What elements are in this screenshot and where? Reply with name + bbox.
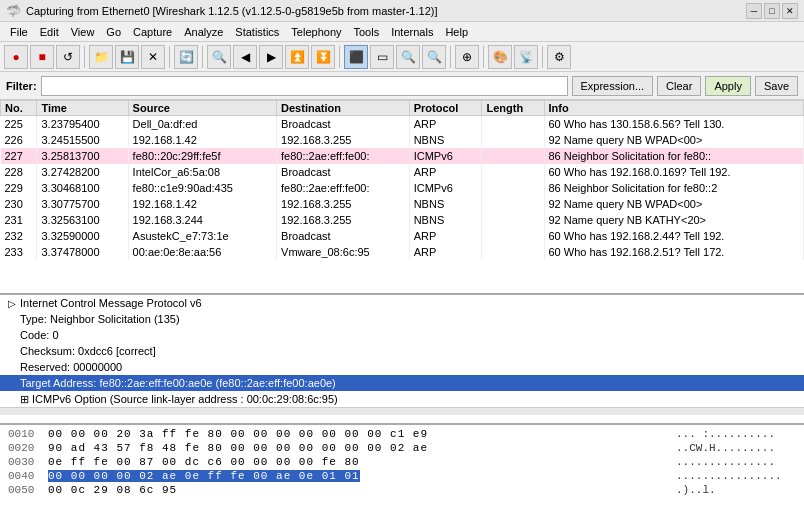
cell-info: 60 Who has 192.168.2.44? Tell 192. xyxy=(544,228,804,244)
cell-source: Dell_0a:df:ed xyxy=(128,116,276,132)
save-button[interactable]: Save xyxy=(755,76,798,96)
reload-button[interactable]: 🔄 xyxy=(174,45,198,69)
cell-time: 3.30775700 xyxy=(37,196,128,212)
cell-destination: Broadcast xyxy=(277,116,410,132)
column-source: Source xyxy=(128,101,276,116)
packet-detail[interactable]: ▷Internet Control Message Protocol v6Typ… xyxy=(0,295,804,425)
filter-input[interactable] xyxy=(41,76,568,96)
cell-info: 60 Who has 192.168.0.169? Tell 192. xyxy=(544,164,804,180)
table-row[interactable]: 2283.27428200IntelCor_a6:5a:08BroadcastA… xyxy=(1,164,804,180)
menu-item-file[interactable]: File xyxy=(4,24,34,40)
menu-item-telephony[interactable]: Telephony xyxy=(285,24,347,40)
hex-ascii: ............... xyxy=(676,456,796,468)
cell-info: 92 Name query NB KATHY<20> xyxy=(544,212,804,228)
cell-destination: Broadcast xyxy=(277,228,410,244)
apply-button[interactable]: Apply xyxy=(705,76,751,96)
packet-table: No.TimeSourceDestinationProtocolLengthIn… xyxy=(0,100,804,260)
table-row[interactable]: 2303.30775700192.168.1.42192.168.3.255NB… xyxy=(1,196,804,212)
colorize-button[interactable]: 🎨 xyxy=(488,45,512,69)
cell-source: AsustekC_e7:73:1e xyxy=(128,228,276,244)
cell-time: 3.32563100 xyxy=(37,212,128,228)
detail-scrollbar[interactable] xyxy=(0,407,804,415)
close-button[interactable]: ✕ xyxy=(782,3,798,19)
table-row[interactable]: 2333.3747800000:ae:0e:8e:aa:56Vmware_08:… xyxy=(1,244,804,260)
column-time: Time xyxy=(37,101,128,116)
column-no: No. xyxy=(1,101,37,116)
cell-protocol: NBNS xyxy=(409,212,482,228)
toolbar-separator xyxy=(339,46,340,68)
hex-offset: 0040 xyxy=(8,470,48,482)
cell-info: 92 Name query NB WPAD<00> xyxy=(544,196,804,212)
cell-time: 3.27428200 xyxy=(37,164,128,180)
table-row[interactable]: 2253.23795400Dell_0a:df:edBroadcastARP60… xyxy=(1,116,804,132)
cell-no: 229 xyxy=(1,180,37,196)
cell-protocol: ICMPv6 xyxy=(409,148,482,164)
preferences-button[interactable]: ⚙ xyxy=(547,45,571,69)
zoom-reset-button[interactable]: 🔍 xyxy=(396,45,420,69)
menu-item-go[interactable]: Go xyxy=(100,24,127,40)
menu-item-analyze[interactable]: Analyze xyxy=(178,24,229,40)
detail-row[interactable]: Code: 0 xyxy=(0,327,804,343)
menu-item-view[interactable]: View xyxy=(65,24,101,40)
next-packet-button[interactable]: ▶ xyxy=(259,45,283,69)
close-file-button[interactable]: ✕ xyxy=(141,45,165,69)
menu-item-tools[interactable]: Tools xyxy=(348,24,386,40)
table-row[interactable]: 2293.30468100fe80::c1e9:90ad:435fe80::2a… xyxy=(1,180,804,196)
cell-protocol: ARP xyxy=(409,164,482,180)
zoom-in-button[interactable]: ▭ xyxy=(370,45,394,69)
detail-row[interactable]: Checksum: 0xdcc6 [correct] xyxy=(0,343,804,359)
open-file-button[interactable]: 📁 xyxy=(89,45,113,69)
prev-packet-button[interactable]: ◀ xyxy=(233,45,257,69)
minimize-button[interactable]: ─ xyxy=(746,3,762,19)
cell-length xyxy=(482,180,544,196)
hex-offset: 0030 xyxy=(8,456,48,468)
find-packet-button[interactable]: 🔍 xyxy=(207,45,231,69)
expression-button[interactable]: Expression... xyxy=(572,76,654,96)
hex-bytes: 00 00 00 20 3a ff fe 80 00 00 00 00 00 0… xyxy=(48,428,676,440)
menu-item-edit[interactable]: Edit xyxy=(34,24,65,40)
detail-text: ⊞ ICMPv6 Option (Source link-layer addre… xyxy=(20,393,338,406)
zoom-out-button[interactable]: 🔍 xyxy=(422,45,446,69)
hex-ascii: ... :.......... xyxy=(676,428,796,440)
clear-button[interactable]: Clear xyxy=(657,76,701,96)
cell-no: 233 xyxy=(1,244,37,260)
cell-source: fe80::20c:29ff:fe5f xyxy=(128,148,276,164)
menu-item-internals[interactable]: Internals xyxy=(385,24,439,40)
cell-destination: Broadcast xyxy=(277,164,410,180)
table-row[interactable]: 2263.24515500192.168.1.42192.168.3.255NB… xyxy=(1,132,804,148)
cell-no: 232 xyxy=(1,228,37,244)
app-icon: 🦈 xyxy=(6,4,21,18)
expand-subtrees-button[interactable]: ⊕ xyxy=(455,45,479,69)
table-row[interactable]: 2273.25813700fe80::20c:29ff:fe5ffe80::2a… xyxy=(1,148,804,164)
autoscroll-button[interactable]: ⬛ xyxy=(344,45,368,69)
detail-row[interactable]: Target Address: fe80::2ae:eff:fe00:ae0e … xyxy=(0,375,804,391)
table-row[interactable]: 2313.32563100192.168.3.244192.168.3.255N… xyxy=(1,212,804,228)
detail-text: Type: Neighbor Solicitation (135) xyxy=(20,313,180,325)
table-row[interactable]: 2323.32590000AsustekC_e7:73:1eBroadcastA… xyxy=(1,228,804,244)
menu-item-statistics[interactable]: Statistics xyxy=(229,24,285,40)
cell-protocol: ARP xyxy=(409,116,482,132)
expand-icon: ▷ xyxy=(8,298,16,309)
restart-capture-button[interactable]: ↺ xyxy=(56,45,80,69)
menu-item-capture[interactable]: Capture xyxy=(127,24,178,40)
cell-protocol: NBNS xyxy=(409,132,482,148)
cell-destination: fe80::2ae:eff:fe00: xyxy=(277,180,410,196)
hex-bytes: 0e ff fe 00 87 00 dc c6 00 00 00 00 fe 8… xyxy=(48,456,676,468)
stop-capture-button[interactable]: ■ xyxy=(30,45,54,69)
detail-row[interactable]: Reserved: 00000000 xyxy=(0,359,804,375)
capture-opts-button[interactable]: 📡 xyxy=(514,45,538,69)
titlebar: 🦈 Capturing from Ethernet0 [Wireshark 1.… xyxy=(0,0,804,22)
packet-list[interactable]: No.TimeSourceDestinationProtocolLengthIn… xyxy=(0,100,804,295)
detail-row[interactable]: Type: Neighbor Solicitation (135) xyxy=(0,311,804,327)
go-last-button[interactable]: ⏬ xyxy=(311,45,335,69)
save-file-button[interactable]: 💾 xyxy=(115,45,139,69)
cell-no: 226 xyxy=(1,132,37,148)
cell-info: 86 Neighbor Solicitation for fe80:: xyxy=(544,148,804,164)
menu-item-help[interactable]: Help xyxy=(439,24,474,40)
detail-row[interactable]: ▷Internet Control Message Protocol v6 xyxy=(0,295,804,311)
start-capture-button[interactable]: ● xyxy=(4,45,28,69)
go-first-button[interactable]: ⏫ xyxy=(285,45,309,69)
maximize-button[interactable]: □ xyxy=(764,3,780,19)
detail-row[interactable]: ⊞ ICMPv6 Option (Source link-layer addre… xyxy=(0,391,804,407)
hex-dump[interactable]: 001000 00 00 20 3a ff fe 80 00 00 00 00 … xyxy=(0,425,804,520)
